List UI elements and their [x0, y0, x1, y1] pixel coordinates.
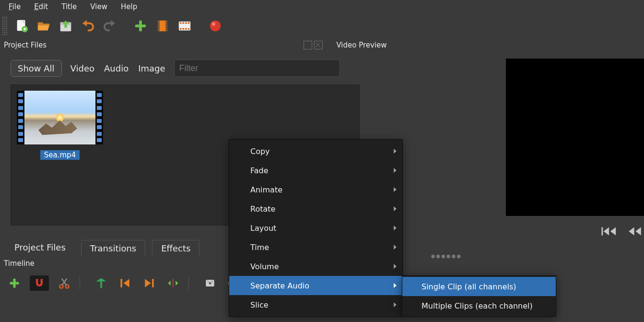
menu-edit[interactable]: Edit — [27, 1, 55, 12]
film-icon[interactable] — [152, 16, 174, 36]
svg-point-44 — [209, 282, 211, 284]
chevron-right-icon — [394, 226, 397, 230]
center-playhead-icon[interactable] — [164, 274, 182, 292]
ctx-layout[interactable]: Layout — [229, 218, 402, 238]
save-file-icon[interactable] — [55, 16, 77, 36]
chevron-right-icon — [394, 302, 397, 307]
ctx-fade[interactable]: Fade — [229, 161, 402, 180]
chevron-right-icon — [394, 149, 397, 154]
svg-rect-23 — [166, 30, 167, 31]
menu-view[interactable]: View — [83, 1, 114, 12]
panel-close-icon[interactable] — [314, 41, 323, 49]
ctx-slice[interactable]: Slice — [229, 295, 402, 314]
next-marker-icon[interactable] — [141, 274, 158, 292]
chevron-right-icon — [394, 283, 397, 288]
svg-rect-25 — [180, 23, 182, 24]
toolbar-grip[interactable] — [2, 16, 8, 36]
svg-rect-27 — [185, 23, 187, 24]
chevron-right-icon — [394, 245, 397, 250]
panel-header-row: Project Files Video Preview — [0, 38, 644, 52]
transport-controls — [601, 226, 643, 237]
svg-rect-42 — [173, 279, 174, 287]
filter-show-all[interactable]: Show All — [11, 60, 62, 77]
svg-rect-17 — [158, 30, 159, 31]
svg-rect-32 — [188, 28, 190, 30]
svg-rect-19 — [166, 23, 167, 24]
svg-rect-40 — [120, 279, 122, 287]
filter-input[interactable] — [174, 60, 340, 77]
media-item[interactable]: Sea.mp4 — [15, 89, 105, 160]
svg-rect-15 — [158, 26, 159, 27]
svg-rect-21 — [166, 26, 167, 27]
svg-rect-20 — [166, 24, 167, 25]
menu-help[interactable]: Help — [114, 1, 144, 12]
svg-rect-10 — [158, 21, 160, 32]
marker-icon[interactable] — [93, 274, 110, 292]
svg-rect-31 — [185, 28, 187, 30]
undo-icon[interactable] — [77, 16, 99, 36]
filter-image[interactable]: Image — [137, 60, 166, 76]
rewind-icon[interactable] — [627, 226, 643, 237]
context-submenu: Single Clip (all channels) Multiple Clip… — [402, 275, 556, 317]
record-icon[interactable] — [204, 16, 226, 36]
project-files-panel-controls — [304, 41, 323, 49]
media-thumbnail[interactable] — [15, 89, 105, 146]
subctx-multiple-clips[interactable]: Multiple Clips (each channel) — [402, 296, 556, 315]
ctx-copy[interactable]: Copy — [229, 142, 402, 161]
tab-transitions[interactable]: Transitions — [81, 240, 145, 256]
svg-rect-28 — [188, 23, 190, 24]
video-preview[interactable] — [506, 59, 644, 216]
svg-rect-22 — [166, 28, 167, 29]
subctx-single-clip[interactable]: Single Clip (all channels) — [402, 277, 556, 296]
video-preview-label: Video Preview — [332, 40, 390, 50]
menu-title[interactable]: Title — [55, 1, 83, 12]
media-item-name: Sea.mp4 — [40, 150, 80, 160]
project-files-label: Project Files — [0, 40, 50, 50]
ctx-volume[interactable]: Volume — [229, 257, 402, 276]
filter-audio[interactable]: Audio — [103, 60, 129, 76]
svg-point-46 — [211, 281, 212, 282]
svg-rect-16 — [158, 28, 159, 29]
svg-rect-8 — [135, 24, 146, 27]
gear-icon[interactable] — [201, 274, 219, 292]
svg-rect-14 — [158, 24, 159, 25]
new-file-icon[interactable] — [11, 16, 33, 36]
panel-detach-icon[interactable] — [304, 41, 312, 49]
svg-rect-30 — [182, 28, 184, 30]
menu-file[interactable]: File — [2, 1, 27, 12]
svg-rect-12 — [158, 21, 159, 22]
chevron-right-icon — [394, 168, 397, 173]
chevron-right-icon — [394, 187, 397, 192]
ctx-rotate[interactable]: Rotate — [229, 199, 402, 218]
svg-rect-39 — [100, 282, 102, 288]
filter-video[interactable]: Video — [70, 60, 95, 76]
svg-rect-4 — [24, 28, 25, 31]
tab-project-files[interactable]: Project Files — [6, 239, 74, 256]
svg-rect-11 — [166, 21, 168, 32]
skip-start-icon[interactable] — [601, 226, 617, 237]
context-menu: Copy Fade Animate Rotate Layout Time Vol… — [229, 139, 403, 317]
svg-point-45 — [208, 281, 209, 282]
storyboard-icon[interactable] — [174, 16, 196, 36]
svg-rect-26 — [182, 23, 184, 24]
svg-rect-18 — [166, 21, 167, 22]
razor-icon[interactable] — [56, 274, 73, 292]
svg-rect-13 — [158, 23, 159, 24]
redo-icon[interactable] — [99, 16, 121, 36]
chevron-right-icon — [394, 264, 397, 269]
splitter-handle[interactable]: ●●●●●● — [431, 253, 462, 259]
ctx-animate[interactable]: Animate — [229, 180, 402, 199]
snap-toggle[interactable] — [30, 275, 49, 291]
open-file-icon[interactable] — [33, 16, 55, 36]
prev-marker-icon[interactable] — [117, 274, 134, 292]
ctx-separate-audio[interactable]: Separate Audio — [229, 276, 402, 295]
add-icon[interactable] — [129, 16, 152, 36]
menubar: File Edit Title View Help — [0, 0, 644, 13]
svg-rect-36 — [10, 282, 19, 284]
filter-row: Show All Video Audio Image — [11, 60, 368, 77]
main-toolbar — [0, 13, 644, 38]
tab-effects[interactable]: Effects — [152, 240, 199, 256]
add-track-icon[interactable] — [6, 274, 23, 292]
ctx-time[interactable]: Time — [229, 238, 402, 257]
right-column: ●●●●●● — [368, 52, 644, 294]
